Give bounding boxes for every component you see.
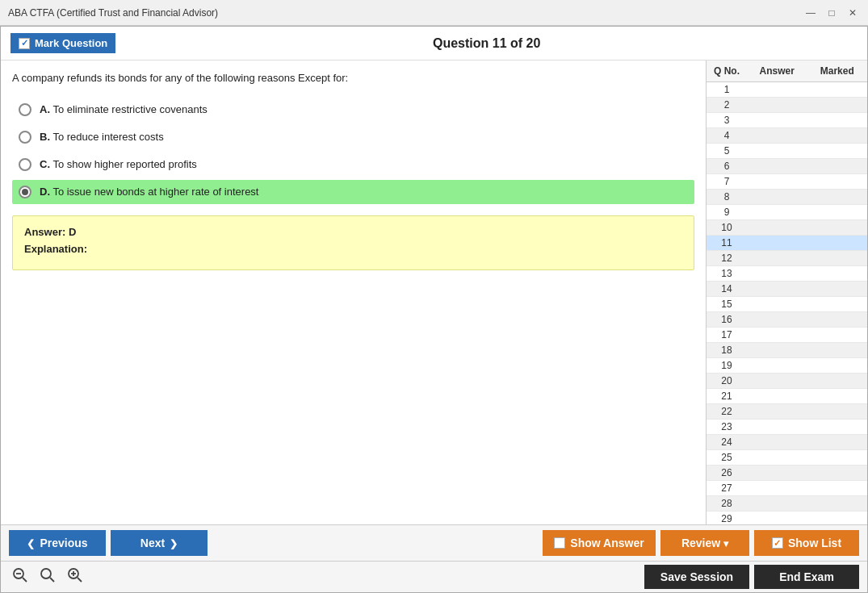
q-list-row[interactable]: 6 <box>707 159 867 174</box>
q-list-row[interactable]: 5 <box>707 144 867 159</box>
q-list-header: Q No. Answer Marked <box>707 61 867 82</box>
question-panel: A company refunds its bonds for any of t… <box>1 61 706 524</box>
next-button[interactable]: Next <box>111 530 208 556</box>
q-list-row[interactable]: 29 <box>707 512 867 524</box>
q-list-cell-qno: 26 <box>707 467 747 478</box>
q-list-row[interactable]: 12 <box>707 251 867 266</box>
q-list-cell-qno: 14 <box>707 283 747 294</box>
option-b-text: B. To reduce interest costs <box>40 131 164 143</box>
option-c-radio[interactable] <box>19 158 31 171</box>
previous-button[interactable]: Previous <box>9 530 106 556</box>
q-list-row[interactable]: 14 <box>707 282 867 297</box>
option-b-row[interactable]: B. To reduce interest costs <box>12 125 694 149</box>
q-list-row[interactable]: 21 <box>707 389 867 404</box>
q-list-cell-qno: 4 <box>707 130 747 141</box>
q-list-cell-qno: 10 <box>707 222 747 233</box>
option-c-row[interactable]: C. To show higher reported profits <box>12 152 694 177</box>
question-text: A company refunds its bonds for any of t… <box>12 70 694 86</box>
q-list-cell-qno: 16 <box>707 314 747 325</box>
q-list-row[interactable]: 3 <box>707 113 867 128</box>
zoom-out-button[interactable] <box>9 566 31 588</box>
zoom-in-icon <box>67 567 83 583</box>
q-list-row[interactable]: 15 <box>707 297 867 312</box>
next-label: Next <box>140 537 165 549</box>
q-list-cell-qno: 29 <box>707 513 747 524</box>
q-list-row[interactable]: 20 <box>707 374 867 389</box>
q-list-row[interactable]: 1 <box>707 82 867 98</box>
q-list-cell-qno: 5 <box>707 145 747 157</box>
mark-question-button[interactable]: ✓ Mark Question <box>10 33 115 53</box>
option-b-radio[interactable] <box>19 131 31 144</box>
q-list-cell-qno: 17 <box>707 329 747 340</box>
main-window: ✓ Mark Question Question 11 of 20 A comp… <box>0 26 868 593</box>
q-list-header-qno: Q No. <box>707 64 747 78</box>
option-d-row[interactable]: D. To issue new bonds at higher rate of … <box>12 180 694 204</box>
q-list-row[interactable]: 4 <box>707 128 867 144</box>
zoom-in-button[interactable] <box>64 566 86 588</box>
title-bar: ABA CTFA (Certified Trust and Financial … <box>0 0 868 26</box>
q-list-cell-qno: 13 <box>707 268 747 279</box>
window-controls: — □ ✕ <box>803 6 860 20</box>
show-answer-checkbox-icon <box>554 537 565 549</box>
svg-line-8 <box>78 578 82 582</box>
mark-checkbox-icon: ✓ <box>19 38 30 49</box>
question-title: Question 11 of 20 <box>115 36 858 51</box>
content-area: A company refunds its bonds for any of t… <box>1 61 867 524</box>
option-a-text: A. To eliminate restrictive covenants <box>40 103 208 115</box>
question-list-panel: Q No. Answer Marked 12345678910111213141… <box>706 61 867 524</box>
explanation-label: Explanation: <box>24 243 682 255</box>
q-list-row[interactable]: 18 <box>707 343 867 358</box>
q-list-row[interactable]: 26 <box>707 466 867 481</box>
q-list-row[interactable]: 22 <box>707 404 867 420</box>
show-list-button[interactable]: ✓ Show List <box>754 530 859 556</box>
review-label: Review <box>681 537 720 549</box>
q-list-row[interactable]: 13 <box>707 266 867 282</box>
q-list-row[interactable]: 28 <box>707 496 867 512</box>
show-answer-button[interactable]: Show Answer <box>543 530 656 556</box>
q-list-row[interactable]: 24 <box>707 435 867 450</box>
show-list-check-icon: ✓ <box>772 537 783 549</box>
option-d-radio[interactable] <box>19 186 31 198</box>
q-list-row[interactable]: 19 <box>707 358 867 374</box>
q-list-cell-qno: 8 <box>707 191 747 203</box>
q-list-cell-qno: 15 <box>707 299 747 310</box>
q-list-cell-qno: 9 <box>707 207 747 218</box>
q-list-cell-qno: 27 <box>707 482 747 494</box>
q-list-cell-qno: 3 <box>707 115 747 126</box>
q-list-row[interactable]: 23 <box>707 420 867 435</box>
review-chevron-icon <box>723 537 728 549</box>
show-answer-label: Show Answer <box>570 537 644 549</box>
q-list-row[interactable]: 11 <box>707 236 867 251</box>
q-list-cell-qno: 7 <box>707 176 747 187</box>
previous-label: Previous <box>40 537 87 549</box>
q-list-row[interactable]: 17 <box>707 328 867 343</box>
q-list-row[interactable]: 25 <box>707 450 867 466</box>
q-list-cell-qno: 22 <box>707 406 747 417</box>
save-session-button[interactable]: Save Session <box>644 565 749 589</box>
zoom-reset-button[interactable] <box>36 566 59 588</box>
header-row: ✓ Mark Question Question 11 of 20 <box>1 27 867 61</box>
svg-line-2 <box>23 578 27 582</box>
end-exam-button[interactable]: End Exam <box>754 565 859 589</box>
option-a-row[interactable]: A. To eliminate restrictive covenants <box>12 98 694 122</box>
q-list-body[interactable]: 1234567891011121314151617181920212223242… <box>707 82 867 524</box>
close-button[interactable]: ✕ <box>845 6 860 20</box>
review-button[interactable]: Review <box>660 530 749 556</box>
q-list-row[interactable]: 16 <box>707 312 867 328</box>
q-list-row[interactable]: 27 <box>707 481 867 496</box>
q-list-cell-qno: 23 <box>707 421 747 432</box>
q-list-cell-qno: 2 <box>707 99 747 111</box>
maximize-button[interactable]: □ <box>824 6 839 20</box>
q-list-cell-qno: 6 <box>707 161 747 172</box>
bottom-bar: Previous Next Show Answer Review ✓ Show … <box>1 524 867 561</box>
q-list-row[interactable]: 10 <box>707 220 867 236</box>
q-list-row[interactable]: 2 <box>707 98 867 113</box>
q-list-row[interactable]: 7 <box>707 174 867 190</box>
minimize-button[interactable]: — <box>803 6 818 20</box>
q-list-row[interactable]: 8 <box>707 190 867 205</box>
q-list-cell-qno: 18 <box>707 345 747 356</box>
answer-label: Answer: D <box>24 226 682 238</box>
option-a-radio[interactable] <box>19 103 31 116</box>
next-chevron-icon <box>170 537 178 549</box>
q-list-row[interactable]: 9 <box>707 205 867 220</box>
